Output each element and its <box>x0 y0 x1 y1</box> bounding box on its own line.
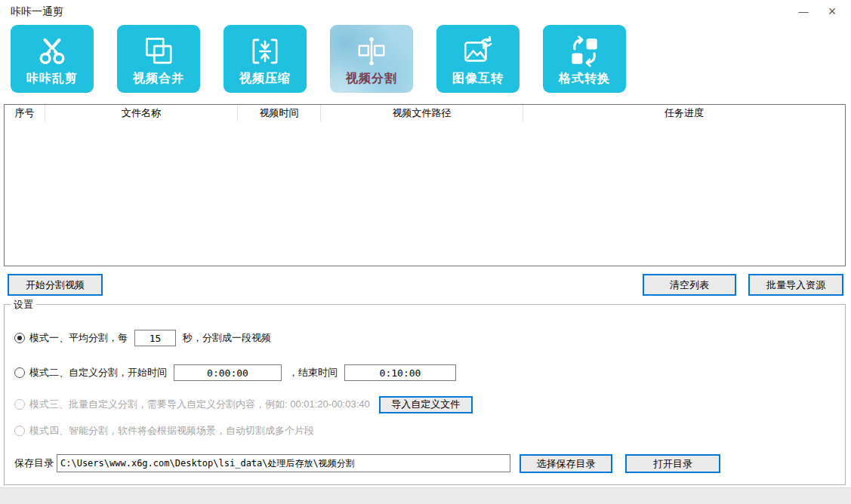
end-time-input[interactable] <box>344 364 456 381</box>
column-header-progress[interactable]: 任务进度 <box>523 105 845 121</box>
save-dir-input[interactable] <box>57 454 510 472</box>
window-controls: — × <box>789 0 846 23</box>
close-button[interactable]: × <box>818 0 846 23</box>
import-custom-file-button[interactable]: 导入自定义文件 <box>379 396 473 413</box>
compress-icon <box>248 25 282 69</box>
batch-import-button[interactable]: 批量导入资源 <box>748 274 843 296</box>
merge-icon <box>141 25 176 69</box>
tool-button-video-merge[interactable]: 视频合并 <box>117 25 200 93</box>
title-bar: 咔咔一通剪 — × <box>0 0 851 23</box>
mode4-row: 模式四、智能分割，软件将会根据视频场景，自动切割成多个片段 <box>14 421 314 441</box>
toolbar: 咔咔乱剪 视频合并 视频压缩 <box>11 25 626 93</box>
tool-button-label: 视频分割 <box>346 69 397 88</box>
settings-group: 设置 模式一、平均分割，每 秒，分割成一段视频 模式二、自定义分割，开始时间 ，… <box>4 304 846 485</box>
mode3-label: 模式三、批量自定义分割，需要导入自定义分割内容，例如: 00:01:20-00:… <box>29 398 370 411</box>
save-dir-label: 保存目录 <box>14 456 54 470</box>
open-dir-button[interactable]: 打开目录 <box>625 454 720 473</box>
minimize-button[interactable]: — <box>789 0 818 23</box>
mode2-label-mid: ，结束时间 <box>288 366 338 380</box>
settings-group-label: 设置 <box>11 298 36 312</box>
status-bar <box>0 487 851 504</box>
mode1-label-suffix: 秒，分割成一段视频 <box>183 331 271 345</box>
scissors-icon <box>35 25 69 69</box>
choose-save-dir-button[interactable]: 选择保存目录 <box>520 454 612 473</box>
mode2-radio[interactable] <box>14 367 25 378</box>
clear-list-button[interactable]: 清空列表 <box>643 274 736 296</box>
mode2-label-prefix: 模式二、自定义分割，开始时间 <box>29 366 167 380</box>
mode1-row: 模式一、平均分割，每 秒，分割成一段视频 <box>14 328 271 348</box>
minimize-icon: — <box>799 6 809 17</box>
tool-button-video-compress[interactable]: 视频压缩 <box>224 25 307 93</box>
tool-button-label: 图像互转 <box>452 69 504 88</box>
file-table-header: 序号 文件名称 视频时间 视频文件路径 任务进度 <box>5 105 845 121</box>
mode1-label-prefix: 模式一、平均分割，每 <box>29 331 128 345</box>
split-icon <box>354 25 389 69</box>
mode2-row: 模式二、自定义分割，开始时间 ，结束时间 <box>14 363 456 383</box>
mode4-label: 模式四、智能分割，软件将会根据视频场景，自动切割成多个片段 <box>29 424 314 438</box>
column-header-filepath[interactable]: 视频文件路径 <box>321 105 523 121</box>
close-icon: × <box>828 4 837 20</box>
seconds-input[interactable] <box>134 330 176 346</box>
tool-button-label: 视频合并 <box>133 69 184 88</box>
mode3-radio <box>14 399 25 410</box>
mode4-radio <box>14 426 25 436</box>
column-header-index[interactable]: 序号 <box>5 105 45 121</box>
file-table-body <box>5 121 845 266</box>
save-dir-row: 保存目录 <box>14 453 510 473</box>
tool-button-kaka-cut[interactable]: 咔咔乱剪 <box>11 25 94 93</box>
column-header-duration[interactable]: 视频时间 <box>238 105 321 121</box>
tool-button-video-split[interactable]: 视频分割 <box>330 25 413 93</box>
tool-button-label: 格式转换 <box>559 69 610 88</box>
format-convert-icon <box>567 25 602 69</box>
tool-button-format-convert[interactable]: 格式转换 <box>543 25 626 93</box>
column-header-filename[interactable]: 文件名称 <box>45 105 238 121</box>
window-title: 咔咔一通剪 <box>11 5 63 19</box>
start-split-button[interactable]: 开始分割视频 <box>8 274 103 296</box>
tool-button-label: 视频压缩 <box>239 69 291 88</box>
file-table: 序号 文件名称 视频时间 视频文件路径 任务进度 <box>4 104 846 266</box>
mode3-row: 模式三、批量自定义分割，需要导入自定义分割内容，例如: 00:01:20-00:… <box>14 395 473 414</box>
mode1-radio[interactable] <box>14 333 25 343</box>
tool-button-image-convert[interactable]: 图像互转 <box>436 25 520 93</box>
start-time-input[interactable] <box>174 364 282 381</box>
image-convert-icon <box>461 25 495 69</box>
tool-button-label: 咔咔乱剪 <box>26 69 78 88</box>
